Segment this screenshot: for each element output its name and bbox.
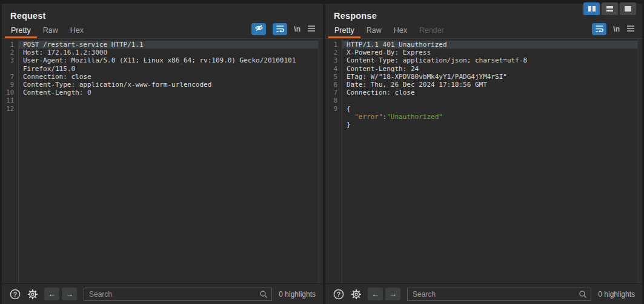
- code-line[interactable]: 6Date: Thu, 26 Dec 2024 17:18:56 GMT: [325, 81, 642, 89]
- code-line[interactable]: 1HTTP/1.1 401 Unauthorized: [325, 41, 642, 49]
- code-line[interactable]: 2X-Powered-By: Express: [325, 49, 642, 56]
- code-line[interactable]: 12: [2, 105, 323, 113]
- response-tab-render: Render: [413, 23, 450, 38]
- line-number: 1: [325, 41, 342, 49]
- code-line[interactable]: 5ETag: W/"18-XPDV80vbMk4yY1/PADG4jYM4rSI…: [325, 73, 642, 81]
- show-newlines-button[interactable]: \n: [294, 25, 300, 33]
- line-number: 2: [325, 49, 342, 56]
- line-text: Connection: close: [342, 89, 637, 96]
- search-settings-gear-icon[interactable]: [27, 288, 39, 300]
- request-tab-pretty[interactable]: Pretty: [5, 23, 37, 38]
- response-search-bar: ? ← → 0 high: [325, 283, 642, 304]
- line-text: Content-Type: application/x-www-form-url…: [18, 81, 318, 89]
- line-text: Content-Length: 24: [342, 65, 637, 73]
- line-number: 12: [2, 105, 18, 113]
- line-number: 1: [2, 41, 18, 49]
- split-columns-icon: [588, 6, 591, 12]
- response-panel: Response Pretty Raw Hex Render \n: [325, 4, 642, 304]
- line-text: "error":"Unauthorized": [342, 113, 637, 121]
- line-text: }: [342, 121, 637, 129]
- code-line[interactable]: 7Connection: close: [325, 89, 642, 96]
- code-line[interactable]: 11: [2, 96, 323, 104]
- code-line[interactable]: 9Content-Type: application/x-www-form-ur…: [2, 81, 323, 89]
- line-number: [325, 121, 342, 129]
- line-number: [2, 65, 18, 73]
- code-line[interactable]: 4Content-Length: 24: [325, 65, 642, 73]
- search-help-button[interactable]: ?: [333, 288, 345, 300]
- line-number: 7: [325, 89, 342, 96]
- line-text: Firefox/115.0: [18, 65, 318, 73]
- code-line[interactable]: "error":"Unauthorized": [325, 113, 642, 121]
- response-search-input[interactable]: [407, 288, 591, 301]
- line-text: [18, 105, 318, 113]
- request-tab-hex[interactable]: Hex: [64, 23, 90, 38]
- request-panel-title: Request: [2, 4, 323, 22]
- response-tab-hex[interactable]: Hex: [388, 23, 413, 38]
- request-search-input[interactable]: [84, 288, 272, 301]
- line-text: Content-Type: application/json; charset=…: [342, 56, 637, 64]
- request-tabs: Pretty Raw Hex: [2, 22, 323, 39]
- line-text: User-Agent: Mozilla/5.0 (X11; Linux x86_…: [18, 56, 318, 64]
- code-line[interactable]: 1POST /restart-service HTTP/1.1: [2, 41, 323, 49]
- line-text: HTTP/1.1 401 Unauthorized: [342, 41, 637, 49]
- code-line[interactable]: Firefox/115.0: [2, 65, 323, 73]
- eye-off-icon: [254, 24, 264, 35]
- code-line[interactable]: 3User-Agent: Mozilla/5.0 (X11; Linux x86…: [2, 56, 323, 64]
- line-number: 2: [2, 49, 18, 56]
- editor-menu-button[interactable]: [307, 24, 316, 35]
- word-wrap-button[interactable]: [592, 23, 606, 35]
- code-line[interactable]: 10Content-Length: 0: [2, 89, 323, 96]
- response-tab-pretty[interactable]: Pretty: [328, 23, 360, 38]
- line-number: [325, 113, 342, 121]
- svg-text:?: ?: [337, 291, 340, 298]
- editor-menu-button[interactable]: [626, 24, 635, 35]
- code-line[interactable]: 2Host: 172.16.1.2:3000: [2, 49, 323, 56]
- search-previous-button[interactable]: ←: [44, 288, 59, 300]
- line-number: 6: [325, 81, 342, 89]
- svg-text:?: ?: [13, 291, 17, 298]
- hide-headers-button[interactable]: [251, 23, 266, 35]
- show-newlines-button[interactable]: \n: [613, 25, 620, 33]
- response-highlights-count: 0 highlights: [598, 290, 635, 299]
- code-line[interactable]: 7Connection: close: [2, 73, 323, 81]
- word-wrap-icon: [595, 24, 604, 35]
- split-rows-icon: [606, 6, 613, 12]
- search-icon: [579, 290, 587, 301]
- search-settings-gear-icon[interactable]: [350, 288, 362, 300]
- request-editor[interactable]: 1POST /restart-service HTTP/1.12Host: 17…: [2, 39, 323, 283]
- line-number: 9: [325, 105, 342, 113]
- code-line[interactable]: 3Content-Type: application/json; charset…: [325, 56, 642, 64]
- word-wrap-button[interactable]: [273, 23, 287, 35]
- response-tabs: Pretty Raw Hex Render \n: [325, 22, 642, 39]
- view-layout-controls: [583, 2, 636, 15]
- line-number: 3: [2, 56, 18, 64]
- line-text: Content-Length: 0: [18, 89, 318, 96]
- line-number: 5: [325, 73, 342, 81]
- split-columns-button[interactable]: [583, 2, 600, 15]
- line-number: 10: [2, 89, 18, 96]
- response-tab-raw[interactable]: Raw: [360, 23, 388, 38]
- line-text: [18, 96, 318, 104]
- line-text: {: [342, 105, 637, 113]
- line-number: 11: [2, 96, 18, 104]
- line-text: [342, 96, 637, 104]
- line-text: Date: Thu, 26 Dec 2024 17:18:56 GMT: [342, 81, 637, 89]
- line-number: 9: [2, 81, 18, 89]
- line-text: Host: 172.16.1.2:3000: [18, 49, 318, 56]
- line-text: POST /restart-service HTTP/1.1: [18, 41, 318, 49]
- word-wrap-icon: [276, 24, 285, 35]
- search-next-button[interactable]: →: [385, 288, 400, 300]
- line-text: X-Powered-By: Express: [342, 49, 637, 56]
- search-help-button[interactable]: ?: [9, 288, 21, 300]
- line-text: Connection: close: [18, 73, 318, 81]
- request-tab-raw[interactable]: Raw: [37, 23, 64, 38]
- split-rows-button[interactable]: [602, 2, 618, 15]
- search-next-button[interactable]: →: [62, 288, 77, 300]
- search-previous-button[interactable]: ←: [368, 288, 383, 300]
- single-pane-button[interactable]: [620, 2, 636, 15]
- line-number: 7: [2, 73, 18, 81]
- code-line[interactable]: 8: [325, 96, 642, 104]
- response-editor[interactable]: 1HTTP/1.1 401 Unauthorized2X-Powered-By:…: [325, 39, 642, 283]
- code-line[interactable]: }: [325, 121, 642, 129]
- code-line[interactable]: 9{: [325, 105, 642, 113]
